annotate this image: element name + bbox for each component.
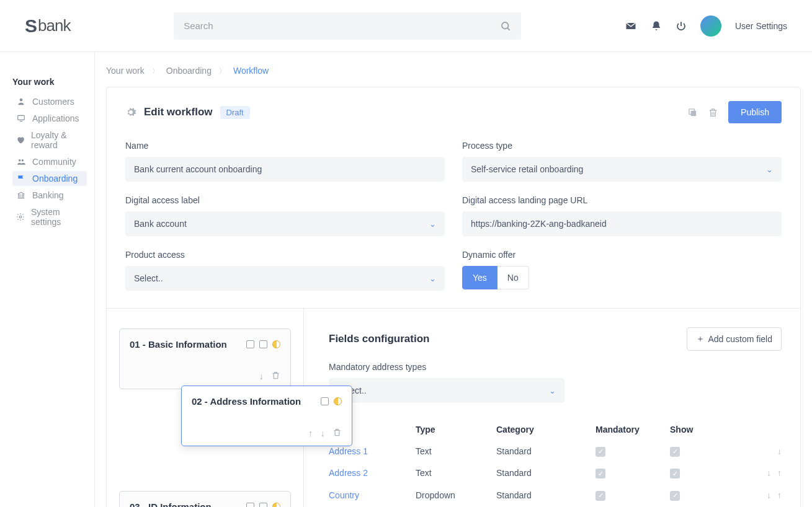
- svg-rect-3: [18, 115, 25, 120]
- search-input[interactable]: [184, 20, 500, 31]
- arrow-up-icon[interactable]: ↑: [777, 468, 782, 478]
- mandatory-address-label: Mandatory address types: [329, 362, 782, 372]
- chevron-down-icon: ⌄: [766, 165, 773, 174]
- svg-point-5: [19, 159, 21, 162]
- svg-point-0: [502, 22, 509, 29]
- svg-rect-8: [691, 110, 697, 116]
- monitor-icon: [16, 114, 26, 123]
- arrow-down-icon[interactable]: ↓: [767, 468, 771, 478]
- duplicate-icon[interactable]: [687, 107, 698, 118]
- sidebar: Your work Customers Applications Loyalty…: [0, 52, 95, 507]
- page-title: Edit workflow: [144, 106, 213, 118]
- user-settings-link[interactable]: User Settings: [735, 21, 787, 31]
- arrow-up-icon[interactable]: ↑: [308, 428, 313, 438]
- sidebar-item-applications[interactable]: Applications: [12, 111, 87, 126]
- sidebar-item-onboarding[interactable]: Onboarding: [12, 171, 87, 186]
- select-value: Select..: [134, 273, 163, 283]
- search-box[interactable]: [174, 12, 521, 40]
- fields-title: Fields configuration: [329, 333, 687, 345]
- moon-icon: [334, 397, 342, 405]
- mail-icon[interactable]: [625, 20, 637, 32]
- dynamic-offer-yes[interactable]: Yes: [462, 266, 497, 289]
- checkbox-icon[interactable]: [259, 503, 267, 507]
- digital-access-label-select[interactable]: Bank account⌄: [125, 211, 445, 236]
- sidebar-item-label: Onboarding: [32, 174, 78, 183]
- sidebar-heading: Your work: [12, 77, 94, 87]
- step-card-id[interactable]: 03 - ID Information ↑ ↓: [119, 491, 291, 507]
- url-input[interactable]: [462, 211, 782, 236]
- step-card-basic[interactable]: 01 - Basic Information ↓: [119, 328, 291, 389]
- bell-icon[interactable]: [651, 20, 662, 32]
- field-name-link[interactable]: Address 1: [329, 446, 416, 456]
- arrow-down-icon[interactable]: ↓: [321, 428, 326, 438]
- checkbox-checked-icon[interactable]: ✓: [670, 469, 680, 478]
- main-content: Your work 〉 Onboarding 〉 Workflow Edit w…: [95, 52, 812, 507]
- dynamic-offer-toggle: Yes No: [462, 266, 782, 289]
- app-logo[interactable]: Sbank: [25, 15, 70, 37]
- process-type-label: Process type: [462, 141, 782, 151]
- table-row: Address 2 Text Standard ✓ ✓ ↓↑: [329, 462, 782, 485]
- sidebar-item-customers[interactable]: Customers: [12, 94, 87, 109]
- arrow-down-icon[interactable]: ↓: [777, 446, 782, 456]
- step-title: 01 - Basic Information: [130, 339, 241, 350]
- svg-point-2: [20, 99, 23, 102]
- trash-icon[interactable]: [708, 107, 718, 118]
- checkbox-icon[interactable]: [259, 340, 267, 348]
- dynamic-offer-no[interactable]: No: [497, 266, 529, 289]
- digital-access-label-label: Digital access label: [125, 195, 445, 205]
- heart-icon: [16, 136, 25, 144]
- checkbox-icon[interactable]: [246, 503, 254, 507]
- bank-icon: [16, 191, 26, 200]
- field-name-link[interactable]: Address 2: [329, 468, 416, 478]
- sidebar-item-loyalty[interactable]: Loyalty & reward: [12, 128, 87, 152]
- publish-button[interactable]: Publish: [728, 101, 782, 123]
- checkbox-checked-icon[interactable]: ✓: [596, 491, 605, 501]
- breadcrumb-your-work[interactable]: Your work: [106, 66, 145, 76]
- process-type-select[interactable]: Self-service retail onboarding⌄: [462, 157, 782, 182]
- search-icon: [500, 20, 511, 32]
- arrow-down-icon[interactable]: ↓: [259, 371, 264, 381]
- table-row: Address 1 Text Standard ✓ ✓ ↓: [329, 440, 782, 462]
- field-name-link[interactable]: Country: [329, 490, 416, 500]
- arrow-down-icon[interactable]: ↓: [767, 490, 771, 500]
- arrow-up-icon[interactable]: ↑: [777, 490, 782, 500]
- breadcrumb-onboarding[interactable]: Onboarding: [166, 66, 212, 76]
- checkbox-checked-icon[interactable]: ✓: [670, 447, 680, 457]
- add-custom-field-button[interactable]: ＋ Add custom field: [687, 327, 782, 351]
- gear-icon: [125, 107, 136, 118]
- checkbox-checked-icon[interactable]: ✓: [596, 469, 605, 478]
- sidebar-item-label: Customers: [32, 97, 74, 107]
- sidebar-item-label: Applications: [32, 113, 79, 123]
- mandatory-address-select[interactable]: Select..⌄: [329, 378, 564, 403]
- field-category: Standard: [496, 490, 596, 500]
- product-access-select[interactable]: Select..⌄: [125, 266, 445, 291]
- field-category: Standard: [496, 446, 596, 456]
- table-row: Country Dropdown Standard ✓ ✓ ↓↑: [329, 484, 782, 506]
- field-category: Standard: [496, 468, 596, 478]
- sidebar-item-system-settings[interactable]: System settings: [12, 205, 87, 229]
- sidebar-item-community[interactable]: Community: [12, 154, 87, 169]
- power-icon[interactable]: [676, 20, 687, 32]
- step-card-address[interactable]: 02 - Address Information ↑ ↓: [181, 386, 352, 446]
- name-label: Name: [125, 141, 445, 151]
- table-header: Type Category Mandatory Show: [329, 419, 782, 440]
- checkbox-icon[interactable]: [246, 340, 254, 348]
- checkbox-icon[interactable]: [321, 397, 329, 405]
- checkbox-checked-icon[interactable]: ✓: [596, 447, 605, 457]
- svg-point-7: [19, 216, 22, 218]
- trash-icon[interactable]: [332, 428, 342, 438]
- select-value: Bank account: [134, 219, 187, 229]
- trash-icon[interactable]: [271, 371, 280, 381]
- col-category: Category: [496, 425, 596, 434]
- checkbox-checked-icon[interactable]: ✓: [670, 491, 680, 501]
- moon-icon: [272, 503, 280, 507]
- logo-s-icon: S: [25, 15, 37, 37]
- step-title: 02 - Address Information: [192, 396, 316, 407]
- sidebar-item-banking[interactable]: Banking: [12, 188, 87, 203]
- svg-point-6: [22, 159, 24, 162]
- sidebar-item-label: Loyalty & reward: [31, 130, 83, 150]
- user-icon: [16, 97, 26, 106]
- name-input[interactable]: [125, 157, 445, 182]
- avatar[interactable]: [700, 15, 721, 37]
- col-type: Type: [416, 425, 496, 434]
